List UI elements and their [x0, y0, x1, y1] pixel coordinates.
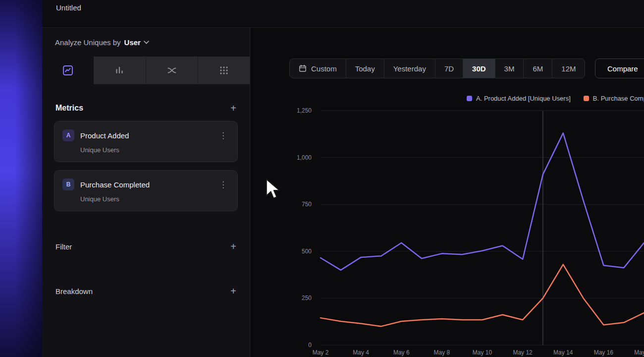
- calendar-icon: [299, 64, 307, 72]
- filter-title: Filter: [55, 242, 72, 251]
- metric-subtitle[interactable]: Unique Users: [80, 146, 229, 154]
- breakdown-section-header: Breakdown +: [42, 285, 250, 298]
- range-7d[interactable]: 7D: [435, 59, 463, 78]
- bar-chart-icon: [113, 64, 125, 76]
- range-yesterday[interactable]: Yesterday: [384, 59, 435, 78]
- metric-subtitle[interactable]: Unique Users: [80, 195, 229, 203]
- chevron-down-icon: [144, 41, 149, 44]
- flows-icon: [166, 64, 178, 76]
- analyze-label: Analyze Uniques by: [55, 38, 121, 47]
- metric-menu-icon[interactable]: ⋮: [217, 179, 229, 190]
- breakdown-title: Breakdown: [55, 287, 93, 296]
- add-filter-button[interactable]: +: [230, 241, 236, 251]
- add-breakdown-button[interactable]: +: [230, 286, 236, 296]
- line-chart-icon: [62, 64, 74, 76]
- legend-item-a[interactable]: A. Product Added [Unique Users]: [467, 95, 571, 102]
- range-custom[interactable]: Custom: [290, 59, 346, 78]
- metrics-title: Metrics: [55, 104, 83, 113]
- report-title[interactable]: Untitled: [56, 3, 81, 12]
- tab-insights-line[interactable]: [42, 57, 94, 84]
- analyze-entity-value: User: [124, 38, 141, 47]
- metrics-section-header: Metrics +: [42, 103, 250, 113]
- add-metric-button[interactable]: +: [230, 103, 236, 113]
- metric-badge-a: A: [62, 129, 74, 141]
- legend-swatch-orange: [584, 96, 589, 101]
- legend-item-b[interactable]: B. Purchase Completed [Unique Users]: [584, 95, 644, 102]
- top-bar: Untitled: [42, 0, 644, 28]
- app-window: Untitled Analyze Uniques by User: [0, 0, 644, 357]
- metric-title: Purchase Completed: [80, 180, 150, 189]
- range-12m[interactable]: 12M: [552, 59, 585, 78]
- range-6m[interactable]: 6M: [524, 59, 552, 78]
- analyze-entity-dropdown[interactable]: User: [124, 38, 149, 47]
- metric-title: Product Added: [80, 131, 129, 140]
- grid-dots-icon: [218, 64, 230, 76]
- left-gradient-rail: [0, 0, 42, 357]
- metric-menu-icon[interactable]: ⋮: [217, 130, 229, 141]
- range-3m[interactable]: 3M: [495, 59, 524, 78]
- legend-swatch-purple: [467, 96, 472, 101]
- analyze-header: Analyze Uniques by User: [42, 28, 250, 57]
- tab-bar-chart[interactable]: [94, 57, 145, 84]
- compare-button[interactable]: Compare: [595, 59, 644, 78]
- tab-retention-grid[interactable]: [198, 57, 250, 84]
- tab-flows[interactable]: [146, 57, 198, 84]
- query-panel: Analyze Uniques by User Metrics +: [42, 28, 250, 357]
- date-range-picker: Custom Today Yesterday 7D 30D 3M 6M 12M: [289, 59, 585, 78]
- range-today[interactable]: Today: [346, 59, 384, 78]
- metric-card-a[interactable]: A Product Added ⋮ Unique Users: [54, 121, 238, 162]
- chart-legend: A. Product Added [Unique Users] B. Purch…: [467, 95, 644, 102]
- legend-label: A. Product Added [Unique Users]: [476, 95, 571, 102]
- filter-section-header: Filter +: [42, 240, 250, 253]
- legend-label: B. Purchase Completed [Unique Users]: [593, 95, 644, 102]
- metric-card-b[interactable]: B Purchase Completed ⋮ Unique Users: [54, 170, 238, 211]
- chart-type-tabs: [42, 57, 250, 84]
- range-30d[interactable]: 30D: [463, 59, 495, 78]
- metric-badge-b: B: [62, 178, 74, 190]
- range-label: Custom: [311, 64, 337, 73]
